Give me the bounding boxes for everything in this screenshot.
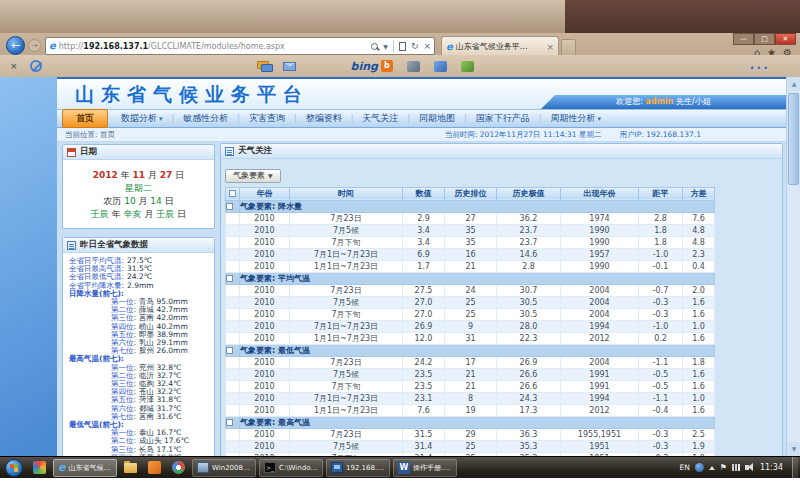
taskbar-icon-2[interactable]	[120, 459, 141, 477]
stop-icon[interactable]: ×	[423, 41, 431, 51]
table-row[interactable]: 20107月下旬3.43523.719901.84.8	[226, 236, 715, 248]
url-text[interactable]: http://192.168.137.1/GLCCLIMATE/modules/…	[59, 42, 368, 51]
group-checkbox[interactable]	[226, 203, 233, 210]
scrollbar-thumb[interactable]	[788, 93, 799, 185]
table-cell: 1月1日~7月23日	[290, 332, 403, 344]
taskbar-icon-3[interactable]	[144, 459, 165, 477]
table-cell: 1951	[561, 440, 639, 452]
table-row[interactable]: 20107月5候23.52126.61991-0.51.6	[226, 368, 715, 380]
close-toolbar-icon[interactable]: ×	[10, 61, 18, 71]
dropdown-arrow-icon[interactable]: ▼	[383, 43, 388, 50]
bing-toolbar-logo[interactable]: bing b	[351, 60, 393, 73]
maximize-button[interactable]: ▢	[754, 33, 775, 45]
addon-icon-1[interactable]	[407, 61, 420, 72]
table-cell: 28.0	[497, 320, 561, 332]
table-cell: 7月5候	[290, 440, 403, 452]
browser-back-button[interactable]: ←	[6, 36, 25, 55]
table-cell: 7月1日~7月23日	[290, 392, 403, 404]
address-bar[interactable]: e http://192.168.137.1/GLCCLIMATE/module…	[45, 37, 435, 55]
nav-item-8[interactable]: 周期性分析▾	[541, 112, 610, 125]
table-cell: 1.7	[403, 260, 445, 272]
table-cell: -0.7	[639, 284, 683, 296]
taskbar-task-5[interactable]: Win2008 (VS2...	[192, 459, 256, 477]
table-row[interactable]: 20107月1日~7月23日23.1824.31994-1.11.0	[226, 392, 715, 404]
table-cell: 35	[445, 224, 497, 236]
table-row[interactable]: 20107月下旬23.52126.61991-0.51.6	[226, 380, 715, 392]
scroll-up-icon[interactable]: ▲	[787, 77, 800, 91]
cards-icon[interactable]	[257, 61, 273, 72]
group-checkbox[interactable]	[226, 275, 233, 282]
compatibility-icon[interactable]	[399, 42, 406, 51]
tray-expand-icon[interactable]	[709, 466, 715, 470]
table-row[interactable]: 20107月5候31.42535.31951-0.31.9	[226, 440, 715, 452]
table-row[interactable]: 20107月23日31.52936.31955,1951-0.32.5	[226, 428, 715, 440]
addon-icon-2[interactable]	[434, 61, 447, 72]
table-row[interactable]: 20107月1日~7月23日26.9928.01994-1.01.0	[226, 320, 715, 332]
taskbar-icon-4[interactable]	[168, 459, 189, 477]
new-tab-button[interactable]	[561, 39, 576, 56]
addon-icon-3[interactable]	[461, 61, 474, 72]
welcome-ribbon: 欢迎您: admin 先生/小姐	[541, 95, 786, 109]
nav-item-6[interactable]: 同期地图	[410, 112, 464, 125]
site-header: 山东省气候业务平台 欢迎您: admin 先生/小姐	[57, 79, 786, 109]
tab-close-icon[interactable]: ×	[546, 42, 554, 52]
table-row[interactable]: 20101月1日~7月23日1.7212.81990-0.10.4	[226, 260, 715, 272]
group-checkbox[interactable]	[226, 347, 233, 354]
scrollbar[interactable]: ▲ ▼	[786, 77, 800, 456]
table-cell: 2010	[240, 320, 290, 332]
taskbar-icon-0[interactable]	[29, 459, 50, 477]
nav-item-3[interactable]: 灾害查询	[240, 112, 294, 125]
table-row[interactable]: 20107月下旬27.02530.52004-0.31.6	[226, 308, 715, 320]
taskbar-task-8[interactable]: W操作手册.docx ...	[393, 459, 457, 477]
mail-icon[interactable]	[283, 62, 296, 71]
table-cell: 2.5	[683, 428, 715, 440]
scroll-down-icon[interactable]: ▼	[787, 442, 800, 456]
calendar-icon	[67, 148, 76, 157]
nav-item-2[interactable]: 敏感性分析	[174, 112, 237, 125]
table-cell: -0.3	[639, 440, 683, 452]
nav-item-4[interactable]: 整编资料	[297, 112, 351, 125]
browser-forward-button[interactable]: →	[28, 39, 41, 52]
nav-item-5[interactable]: 天气关注	[353, 112, 407, 125]
element-filter-button[interactable]: 气象要素 ▼	[225, 169, 281, 183]
show-desktop-button[interactable]	[792, 457, 798, 479]
taskbar-task-1[interactable]: e山东省气候业...	[53, 459, 117, 477]
taskbar-task-6[interactable]: >_C:\Windows\s...	[259, 459, 323, 477]
minimize-button[interactable]: —	[733, 33, 754, 45]
page-content: 山东省气候业务平台 欢迎您: admin 先生/小姐 首页数据分析▾|敏感性分析…	[57, 77, 786, 456]
table-row[interactable]: 20107月23日2.92736.219742.87.6	[226, 212, 715, 224]
table-row[interactable]: 20107月23日24.21726.92004-1.11.8	[226, 356, 715, 368]
browser-tab[interactable]: e 山东省气候业务平... ×	[441, 36, 559, 56]
table-row[interactable]: 20101月1日~7月23日7.61917.32012-0.41.6	[226, 404, 715, 416]
refresh-icon[interactable]: ↻	[411, 41, 419, 51]
blocked-icon[interactable]	[30, 60, 42, 72]
tray-app-icon[interactable]	[695, 463, 704, 472]
search-icon[interactable]	[371, 43, 378, 50]
table-row[interactable]: 20107月5候27.02530.52004-0.31.6	[226, 296, 715, 308]
nav-item-0[interactable]: 首页	[62, 109, 108, 128]
action-center-flag-icon[interactable]: ⚑	[720, 463, 727, 472]
row-indent-cell	[226, 440, 240, 452]
table-row[interactable]: 20107月1日~7月23日6.91614.61957-1.02.3	[226, 248, 715, 260]
table-cell: 2010	[240, 296, 290, 308]
nav-item-7[interactable]: 国家下行产品	[467, 112, 539, 125]
group-checkbox[interactable]	[226, 419, 233, 426]
start-button[interactable]	[5, 459, 23, 477]
group-checkbox-cell	[226, 272, 240, 284]
close-button[interactable]: ✕	[775, 33, 796, 45]
language-indicator[interactable]: EN	[679, 463, 689, 472]
taskbar-clock[interactable]: 11:34	[760, 463, 783, 472]
table-cell: -0.1	[639, 260, 683, 272]
volume-icon[interactable]	[745, 465, 749, 470]
more-options-icon[interactable]: •••	[750, 64, 770, 73]
bing-logo-icon: b	[381, 60, 393, 72]
taskbar-task-7[interactable]: 192.168.59.99...	[326, 459, 390, 477]
table-cell: 26.9	[497, 356, 561, 368]
nav-item-1[interactable]: 数据分析▾	[112, 112, 172, 125]
network-icon[interactable]	[732, 464, 740, 471]
table-cell: 17	[445, 356, 497, 368]
select-all-checkbox[interactable]	[229, 190, 236, 197]
table-row[interactable]: 20107月23日27.52430.72004-0.72.0	[226, 284, 715, 296]
table-row[interactable]: 20101月1日~7月23日12.03122.320120.21.6	[226, 332, 715, 344]
table-row[interactable]: 20107月5候3.43523.719901.84.8	[226, 224, 715, 236]
